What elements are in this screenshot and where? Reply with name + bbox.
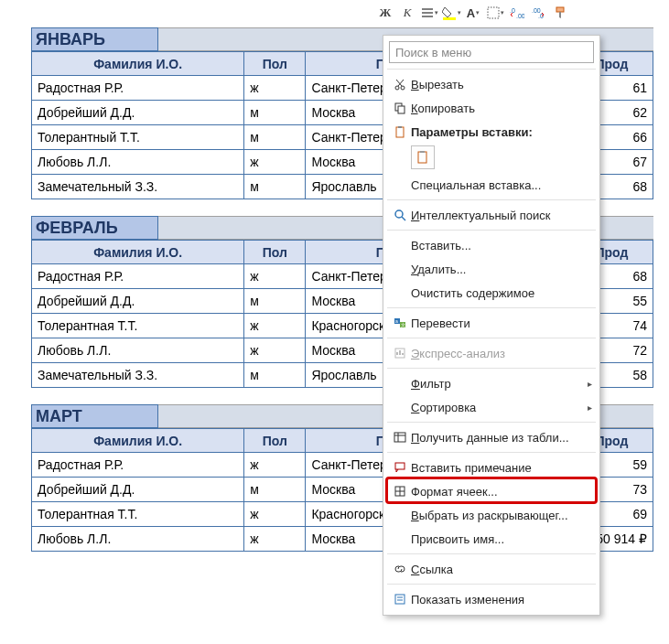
svg-text:.0: .0 xyxy=(510,7,515,14)
menu-sort[interactable]: Сортировка ▸ xyxy=(383,395,599,419)
menu-link[interactable]: Ссылка xyxy=(383,557,599,581)
menu-copy[interactable]: Копировать xyxy=(383,96,599,120)
menu-show-changes[interactable]: Показать изменения xyxy=(383,587,599,611)
cell-name[interactable]: Толерантная Т.Т. xyxy=(32,502,244,527)
cell-name[interactable]: Радостная Р.Р. xyxy=(32,76,244,101)
month-title[interactable]: МАРТ xyxy=(31,404,158,428)
menu-smart-lookup[interactable]: Интеллектуальный поиск xyxy=(383,203,599,227)
format-painter-icon xyxy=(554,5,568,20)
cell-sex[interactable]: м xyxy=(244,125,306,150)
font-color-button[interactable]: А▾ xyxy=(463,3,483,23)
align-button[interactable]: ▾ xyxy=(419,3,439,23)
search-icon xyxy=(394,209,406,221)
cell-sex[interactable]: ж xyxy=(244,502,306,527)
col-header-sex[interactable]: Пол xyxy=(244,52,306,76)
decrease-decimal-button[interactable]: .0.00 xyxy=(507,3,527,23)
paste-default-icon xyxy=(415,150,430,165)
link-icon xyxy=(394,563,406,575)
svg-rect-12 xyxy=(398,126,402,128)
cell-sex[interactable]: м xyxy=(244,363,306,388)
cell-name[interactable]: Радостная Р.Р. xyxy=(32,264,244,289)
align-icon xyxy=(421,6,434,19)
clipboard-icon xyxy=(394,125,406,138)
svg-rect-22 xyxy=(395,463,405,469)
menu-define-name[interactable]: Присвоить имя... xyxy=(383,527,599,551)
cell-name[interactable]: Любовь Л.Л. xyxy=(32,150,244,175)
formatting-toolbar: Ж К ▾ ▾ А▾ ▾ .0.00 .00.0 xyxy=(375,2,571,24)
menu-quick-analysis: Экспресс-анализ xyxy=(383,341,599,365)
menu-filter[interactable]: Фильтр ▸ xyxy=(383,371,599,395)
table-icon xyxy=(394,431,406,444)
svg-text:a: a xyxy=(395,318,398,324)
svg-rect-24 xyxy=(395,595,405,604)
increase-decimal-icon: .00.0 xyxy=(532,6,546,19)
format-cells-icon xyxy=(394,485,406,498)
menu-search-placeholder: Поиск в меню xyxy=(395,46,471,59)
menu-cut[interactable]: Вырезать xyxy=(383,72,599,96)
menu-format-cells[interactable]: Формат ячеек... xyxy=(383,479,599,503)
chevron-right-icon: ▸ xyxy=(588,402,592,413)
svg-rect-6 xyxy=(556,7,564,12)
menu-get-table-data[interactable]: Получить данные из табли... xyxy=(383,425,599,449)
cell-name[interactable]: Замечательный З.З. xyxy=(32,363,244,388)
cell-sex[interactable]: ж xyxy=(244,527,306,552)
cell-sex[interactable]: ж xyxy=(244,76,306,101)
copy-icon xyxy=(394,102,406,114)
chevron-right-icon: ▸ xyxy=(588,379,592,389)
col-header-name[interactable]: Фамилия И.О. xyxy=(32,52,244,76)
scissors-icon xyxy=(394,78,406,91)
menu-insert[interactable]: Вставить... xyxy=(383,233,599,257)
quick-analysis-icon xyxy=(394,347,406,360)
cell-name[interactable]: Замечательный З.З. xyxy=(32,175,244,199)
month-title[interactable]: ФЕВРАЛЬ xyxy=(31,216,158,240)
svg-rect-14 xyxy=(420,151,425,153)
cell-sex[interactable]: ж xyxy=(244,264,306,289)
col-header-name[interactable]: Фамилия И.О. xyxy=(32,429,244,453)
menu-paste-options-label: Параметры вставки: xyxy=(383,120,599,144)
cell-name[interactable]: Толерантный Т.Т. xyxy=(32,125,244,150)
format-painter-button[interactable] xyxy=(551,3,571,23)
cell-name[interactable]: Добрейший Д.Д. xyxy=(32,478,244,502)
paste-option-default[interactable] xyxy=(411,145,435,169)
cell-sex[interactable]: ж xyxy=(244,314,306,338)
bold-button[interactable]: Ж xyxy=(375,3,395,23)
cell-sex[interactable]: м xyxy=(244,175,306,199)
col-header-name[interactable]: Фамилия И.О. xyxy=(32,241,244,264)
cell-name[interactable]: Добрейший Д.Д. xyxy=(32,101,244,125)
changes-icon xyxy=(394,593,406,606)
svg-rect-11 xyxy=(396,127,404,137)
cell-name[interactable]: Любовь Л.Л. xyxy=(32,527,244,552)
col-header-sex[interactable]: Пол xyxy=(244,241,306,264)
svg-rect-13 xyxy=(418,152,426,163)
menu-translate[interactable]: a文 Перевести xyxy=(383,311,599,335)
svg-rect-1 xyxy=(488,7,499,18)
month-title[interactable]: ЯНВАРЬ xyxy=(31,27,158,51)
cell-sex[interactable]: ж xyxy=(244,338,306,363)
svg-rect-21 xyxy=(394,433,405,442)
svg-text:.00: .00 xyxy=(516,13,524,19)
svg-rect-0 xyxy=(443,17,456,20)
svg-point-15 xyxy=(395,210,403,218)
cell-name[interactable]: Толерантная Т.Т. xyxy=(32,314,244,338)
italic-button[interactable]: К xyxy=(397,3,417,23)
cell-sex[interactable]: ж xyxy=(244,150,306,175)
cell-name[interactable]: Любовь Л.Л. xyxy=(32,338,244,363)
menu-paste-special[interactable]: Специальная вставка... xyxy=(383,173,599,197)
cell-sex[interactable]: ж xyxy=(244,453,306,478)
menu-insert-comment[interactable]: Вставить примечание xyxy=(383,456,599,479)
cell-sex[interactable]: м xyxy=(244,478,306,502)
col-header-sex[interactable]: Пол xyxy=(244,429,306,453)
cell-name[interactable]: Добрейший Д.Д. xyxy=(32,289,244,314)
paste-options-row xyxy=(383,144,599,173)
cell-sex[interactable]: м xyxy=(244,289,306,314)
cell-sex[interactable]: м xyxy=(244,101,306,125)
translate-icon: a文 xyxy=(394,317,406,329)
menu-clear[interactable]: Очистить содержимое xyxy=(383,281,599,305)
menu-search-input[interactable]: Поиск в меню xyxy=(389,41,594,63)
menu-pick-from-list[interactable]: Выбрать из раскрывающег... xyxy=(383,503,599,527)
menu-delete[interactable]: Удалить... xyxy=(383,257,599,281)
borders-button[interactable]: ▾ xyxy=(485,3,505,23)
increase-decimal-button[interactable]: .00.0 xyxy=(529,3,549,23)
fill-color-button[interactable]: ▾ xyxy=(441,3,461,23)
cell-name[interactable]: Радостная Р.Р. xyxy=(32,453,244,478)
